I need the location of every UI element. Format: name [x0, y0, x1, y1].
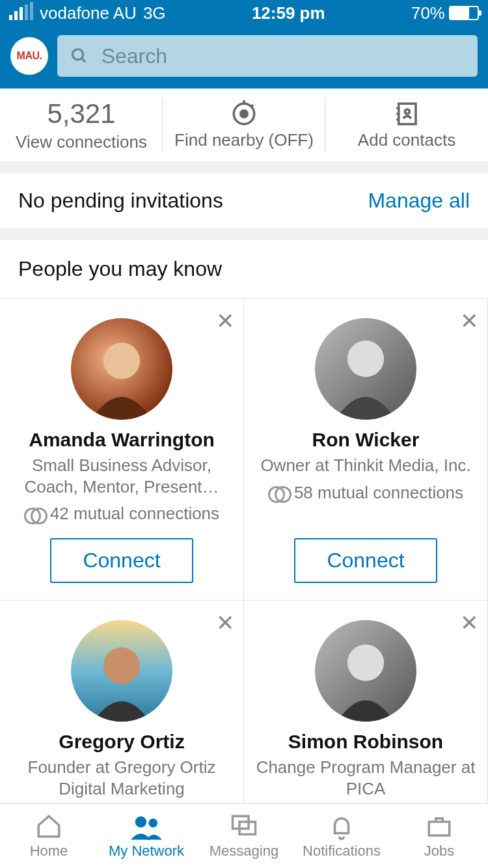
svg-point-0 [72, 49, 83, 60]
tab-label: Home [30, 843, 68, 860]
battery-icon [449, 6, 479, 20]
address-book-icon [393, 100, 420, 128]
svg-point-15 [135, 816, 146, 827]
close-icon[interactable]: ✕ [460, 308, 478, 334]
bottom-tab-bar: Home My Network Messaging Notifications … [0, 803, 488, 868]
tab-notifications[interactable]: Notifications [293, 804, 390, 868]
messaging-icon [230, 813, 258, 840]
invitations-section: No pending invitations Manage all [0, 173, 488, 228]
signal-icon [9, 6, 33, 20]
add-contacts-button[interactable]: Add contacts [325, 88, 488, 161]
tab-label: Notifications [303, 843, 381, 860]
tab-home[interactable]: Home [0, 804, 98, 868]
person-photo[interactable] [71, 318, 172, 420]
tab-label: My Network [109, 843, 184, 860]
person-description: Small Business Advisor, Coach, Mentor, P… [12, 455, 232, 497]
close-icon[interactable]: ✕ [216, 308, 234, 334]
invitations-header: No pending invitations Manage all [0, 173, 488, 228]
connect-button[interactable]: Connect [50, 538, 193, 583]
person-description: Founder at Gregory Ortiz Digital Marketi… [12, 757, 232, 799]
svg-point-16 [148, 819, 157, 828]
person-photo[interactable] [71, 620, 172, 722]
view-connections-button[interactable]: 5,321 View connections [0, 88, 163, 161]
mutual-icon [268, 486, 289, 499]
pymk-grid: ✕ Amanda Warrington Small Business Advis… [0, 298, 488, 861]
svg-line-5 [251, 105, 254, 107]
target-icon [230, 100, 258, 128]
find-nearby-button[interactable]: Find nearby (OFF) [163, 88, 325, 161]
person-card: ✕ Ron Wicker Owner at Thinkit Media, Inc… [244, 299, 488, 601]
person-name: Amanda Warrington [29, 429, 215, 451]
person-description: Change Program Manager at PICA [256, 757, 476, 799]
top-actions-row: 5,321 View connections Find nearby (OFF)… [0, 88, 488, 161]
person-photo[interactable] [315, 620, 416, 722]
tab-messaging[interactable]: Messaging [195, 804, 293, 868]
connect-button[interactable]: Connect [294, 538, 437, 583]
status-left: vodafone AU 3G [9, 3, 166, 23]
tab-label: Jobs [424, 843, 454, 860]
status-time: 12:59 pm [166, 3, 411, 23]
tab-jobs[interactable]: Jobs [390, 804, 488, 868]
manage-all-link[interactable]: Manage all [368, 189, 470, 213]
mutual-icon [24, 508, 45, 521]
profile-avatar[interactable]: MAU. [10, 37, 48, 75]
person-name: Ron Wicker [312, 429, 420, 451]
svg-point-10 [405, 109, 409, 114]
bell-icon [328, 813, 355, 840]
svg-point-13 [103, 647, 140, 684]
person-photo[interactable] [315, 318, 416, 420]
close-icon[interactable]: ✕ [216, 610, 234, 636]
svg-line-1 [81, 58, 85, 62]
search-input[interactable] [102, 44, 465, 68]
connections-label: View connections [16, 132, 147, 152]
person-name: Gregory Ortiz [59, 731, 184, 753]
home-icon [35, 813, 62, 840]
svg-point-12 [347, 340, 384, 377]
pymk-title: People you may know [0, 240, 488, 298]
app-header: MAU. [0, 26, 488, 88]
svg-point-11 [103, 342, 140, 379]
svg-rect-19 [429, 822, 450, 835]
status-right: 70% [411, 3, 479, 23]
tab-my-network[interactable]: My Network [98, 804, 195, 868]
tab-label: Messaging [210, 843, 278, 860]
person-description: Owner at Thinkit Media, Inc. [260, 455, 470, 476]
person-name: Simon Robinson [288, 731, 443, 753]
battery-percent: 70% [411, 3, 445, 23]
find-nearby-label: Find nearby (OFF) [174, 130, 314, 150]
search-box[interactable] [57, 35, 478, 77]
people-icon [131, 813, 162, 840]
connections-count: 5,321 [47, 98, 115, 129]
invitations-title: No pending invitations [18, 189, 223, 213]
close-icon[interactable]: ✕ [460, 610, 478, 636]
network-label: 3G [143, 3, 166, 23]
mutual-connections: 42 mutual connections [24, 504, 219, 524]
carrier-label: vodafone AU [40, 3, 137, 23]
mutual-connections: 58 mutual connections [268, 483, 463, 503]
svg-point-3 [241, 110, 248, 117]
person-card: ✕ Amanda Warrington Small Business Advis… [0, 299, 244, 601]
status-bar: vodafone AU 3G 12:59 pm 70% [0, 0, 488, 26]
svg-point-14 [347, 644, 384, 681]
pymk-section: People you may know ✕ Amanda Warrington … [0, 240, 488, 861]
briefcase-icon [426, 813, 453, 840]
search-icon [70, 46, 88, 66]
add-contacts-label: Add contacts [358, 130, 455, 150]
